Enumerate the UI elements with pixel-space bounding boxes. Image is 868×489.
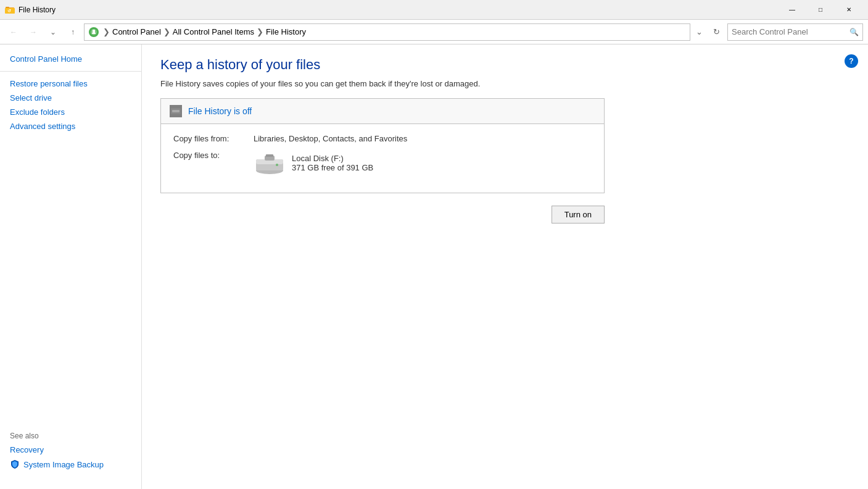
see-also-label: See also — [0, 427, 141, 443]
sidebar-select-drive[interactable]: Select drive — [0, 91, 141, 105]
title-bar-controls: — □ ✕ — [778, 0, 863, 20]
address-dropdown-button[interactable]: ⌄ — [693, 23, 705, 41]
sidebar-recovery-link[interactable]: Recovery — [0, 443, 141, 457]
page-title: Keep a history of your files — [160, 57, 849, 73]
search-input[interactable] — [732, 27, 849, 36]
disk-name: Local Disk (F:) — [292, 154, 373, 163]
sidebar-advanced-settings[interactable]: Advanced settings — [0, 119, 141, 133]
file-history-status-icon — [170, 105, 182, 117]
system-image-backup-label: System Image Backup — [23, 460, 104, 469]
disk-area: Local Disk (F:) 371 GB free of 391 GB — [254, 151, 373, 175]
svg-point-15 — [276, 164, 278, 166]
breadcrumb-all-items[interactable]: All Control Panel Items — [173, 27, 254, 36]
turn-on-area: Turn on — [160, 206, 605, 224]
search-icon: 🔍 — [849, 28, 859, 36]
breadcrumb-sep-1: ❯ — [103, 27, 110, 36]
title-bar: ↺ File History — □ ✕ — [0, 0, 868, 20]
turn-on-button[interactable]: Turn on — [552, 206, 605, 224]
disk-info: Local Disk (F:) 371 GB free of 391 GB — [292, 154, 373, 172]
svg-rect-7 — [92, 33, 96, 34]
title-bar-title: File History — [19, 6, 56, 14]
disk-icon — [254, 151, 283, 175]
file-history-header: File History is off — [161, 99, 604, 124]
file-history-status-box: File History is off Copy files from: Lib… — [160, 98, 605, 193]
content-area: Keep a history of your files File Histor… — [142, 44, 868, 489]
dropdown-button[interactable]: ⌄ — [44, 23, 62, 41]
file-history-app-icon: ↺ — [5, 5, 15, 15]
address-path-icon — [88, 27, 99, 38]
sidebar-system-image-backup-link[interactable]: System Image Backup — [0, 457, 141, 472]
address-path: ❯ Control Panel ❯ All Control Panel Item… — [84, 23, 690, 41]
title-bar-left: ↺ File History — [5, 5, 56, 15]
address-bar: ← → ⌄ ↑ ❯ Control Panel ❯ All Control Pa… — [0, 20, 868, 44]
copy-from-label: Copy files from: — [173, 134, 254, 143]
svg-rect-14 — [266, 154, 273, 157]
breadcrumb-file-history[interactable]: File History — [266, 27, 306, 36]
copy-from-value: Libraries, Desktop, Contacts, and Favori… — [254, 134, 407, 143]
file-history-status-text: File History is off — [188, 106, 252, 116]
refresh-button[interactable]: ↻ — [708, 23, 725, 41]
maximize-button[interactable]: □ — [806, 0, 835, 20]
file-history-body: Copy files from: Libraries, Desktop, Con… — [161, 124, 604, 193]
sidebar-bottom: See also Recovery System Image Backup — [0, 427, 141, 482]
copy-to-label: Copy files to: — [173, 151, 254, 160]
copy-from-row: Copy files from: Libraries, Desktop, Con… — [173, 134, 592, 143]
help-button[interactable]: ? — [845, 54, 858, 68]
copy-to-row: Copy files to: — [173, 151, 592, 175]
breadcrumb-control-panel[interactable]: Control Panel — [112, 27, 161, 36]
sidebar-exclude-folders[interactable]: Exclude folders — [0, 105, 141, 119]
close-button[interactable]: ✕ — [835, 0, 863, 20]
svg-rect-9 — [172, 110, 180, 112]
sidebar-control-panel-home[interactable]: Control Panel Home — [0, 52, 141, 66]
back-button[interactable]: ← — [5, 23, 22, 41]
sidebar: Control Panel Home Restore personal file… — [0, 44, 142, 489]
breadcrumb-sep-3: ❯ — [257, 27, 263, 36]
minimize-button[interactable]: — — [778, 0, 806, 20]
content-description: File History saves copies of your files … — [160, 79, 849, 88]
search-box: 🔍 — [727, 23, 863, 41]
disk-space: 371 GB free of 391 GB — [292, 163, 373, 172]
breadcrumb-sep-2: ❯ — [163, 27, 170, 36]
svg-text:↺: ↺ — [7, 9, 11, 13]
main-layout: Control Panel Home Restore personal file… — [0, 44, 868, 489]
shield-icon — [10, 459, 20, 469]
up-button[interactable]: ↑ — [64, 23, 81, 41]
sidebar-top: Control Panel Home Restore personal file… — [0, 52, 141, 133]
sidebar-restore-personal-files[interactable]: Restore personal files — [0, 77, 141, 91]
forward-button[interactable]: → — [25, 23, 42, 41]
